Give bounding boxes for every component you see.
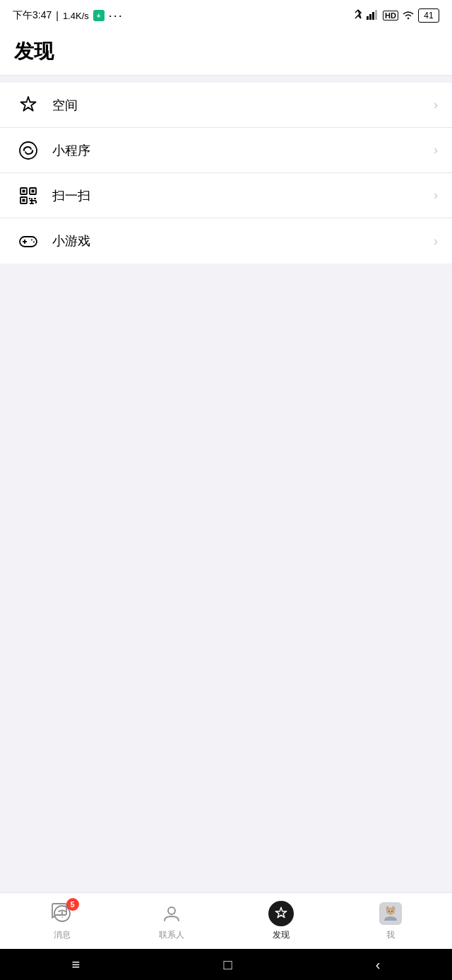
nav-item-me[interactable]: 我 xyxy=(335,901,445,941)
android-nav-bar: ≡ □ ‹ xyxy=(0,949,452,980)
svg-point-4 xyxy=(20,142,37,159)
section-spacer-top xyxy=(0,76,452,83)
nav-label-message: 消息 xyxy=(54,929,71,941)
game-icon xyxy=(14,227,42,255)
bottom-nav: 5 消息 联系人 发现 xyxy=(0,892,452,949)
star-icon xyxy=(14,91,42,119)
signal-icon xyxy=(367,10,379,22)
svg-point-23 xyxy=(33,242,35,243)
bluetooth-icon xyxy=(353,9,363,23)
me-avatar xyxy=(379,902,402,925)
me-avatar-wrap xyxy=(378,901,403,926)
chevron-right-icon: › xyxy=(434,98,438,112)
menu-item-scan[interactable]: 扫一扫 › xyxy=(0,173,452,218)
chevron-right-icon-3: › xyxy=(434,188,438,203)
menu-item-kongjian[interactable]: 空间 › xyxy=(0,83,452,128)
status-left: 下午3:47 | 1.4K/s + ··· xyxy=(13,8,124,23)
nav-label-discover: 发现 xyxy=(273,929,290,941)
message-badge: 5 xyxy=(66,898,79,911)
status-right: HD 41 xyxy=(353,8,439,23)
page-title-bar: 发现 xyxy=(0,31,452,76)
page-title: 发现 xyxy=(14,38,438,65)
status-more: ··· xyxy=(109,8,124,23)
android-back-btn[interactable]: ‹ xyxy=(376,957,381,973)
scan-icon xyxy=(14,182,42,210)
svg-rect-2 xyxy=(372,12,374,20)
svg-rect-0 xyxy=(367,16,369,20)
status-speed: 1.4K/s xyxy=(63,11,89,21)
menu-section: 空间 › 小程序 › xyxy=(0,83,452,264)
svg-rect-12 xyxy=(23,199,25,201)
nav-item-message[interactable]: 5 消息 xyxy=(7,901,117,941)
status-bar: 下午3:47 | 1.4K/s + ··· HD xyxy=(0,0,452,31)
svg-rect-10 xyxy=(23,189,25,192)
android-menu-btn[interactable]: ≡ xyxy=(72,957,81,973)
content-area xyxy=(0,264,452,892)
menu-label-scan: 扫一扫 xyxy=(52,187,434,204)
status-plus: + xyxy=(93,10,105,21)
nav-item-contacts[interactable]: 联系人 xyxy=(117,901,226,941)
wifi-icon xyxy=(402,10,415,22)
status-time: 下午3:47 xyxy=(13,9,52,22)
nav-label-me: 我 xyxy=(386,929,395,941)
svg-point-34 xyxy=(388,911,390,912)
discover-icon-wrap xyxy=(268,901,294,926)
svg-rect-1 xyxy=(369,14,371,20)
nav-item-discover[interactable]: 发现 xyxy=(226,901,335,941)
chevron-right-icon-2: › xyxy=(434,143,438,158)
menu-label-xiaoyouxi: 小游戏 xyxy=(52,232,434,249)
android-home-btn[interactable]: □ xyxy=(223,957,232,973)
svg-point-22 xyxy=(31,240,32,241)
contacts-icon-wrap xyxy=(159,901,184,926)
svg-rect-11 xyxy=(32,189,35,192)
svg-point-35 xyxy=(391,911,393,912)
svg-point-36 xyxy=(389,913,391,914)
battery-indicator: 41 xyxy=(418,8,439,23)
menu-item-xiaoyouxi[interactable]: 小游戏 › xyxy=(0,218,452,264)
hd-badge: HD xyxy=(383,11,398,20)
svg-point-27 xyxy=(168,907,175,914)
menu-label-kongjian: 空间 xyxy=(52,97,434,114)
status-separator: | xyxy=(56,10,59,21)
svg-rect-3 xyxy=(375,10,377,20)
mini-program-icon xyxy=(14,136,42,165)
menu-item-xiaochengxu[interactable]: 小程序 › xyxy=(0,128,452,173)
chevron-right-icon-4: › xyxy=(434,234,438,249)
nav-label-contacts: 联系人 xyxy=(159,929,184,941)
menu-label-xiaochengxu: 小程序 xyxy=(52,142,434,159)
message-icon-wrap: 5 xyxy=(49,901,75,926)
